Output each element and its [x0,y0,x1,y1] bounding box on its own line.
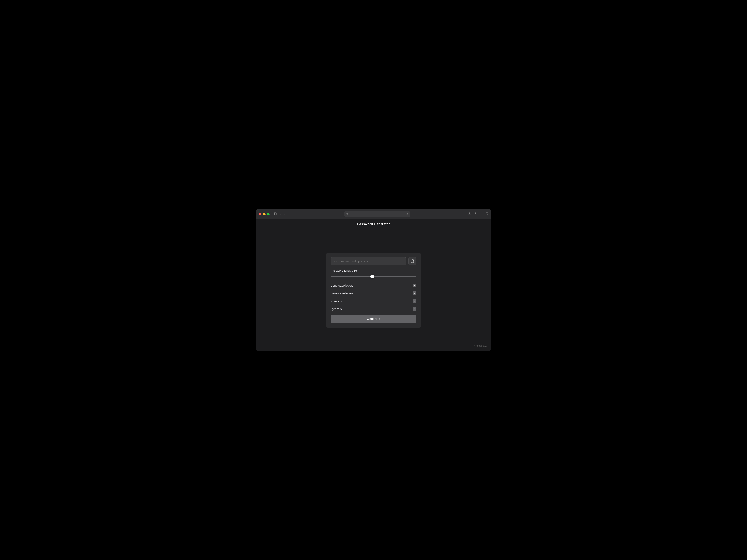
option-row-numbers: Numbers [331,297,416,305]
copy-button[interactable] [408,257,416,265]
shield-icon: 🛡 [346,213,349,215]
browser-window: ‹ › 🛡 ↺ [256,209,491,351]
page-title-bar: Password Generator [256,219,491,230]
password-card: Password length: 16 Uppercase letters Lo… [326,252,421,328]
author-name: dieggoyz [476,344,487,347]
option-row-symbols: Symbols [331,305,416,313]
option-row-lowercase: Lowercase letters [331,289,416,297]
nav-buttons: ‹ › [279,212,287,217]
pen-icon: ✏ [474,344,475,347]
toolbar-actions: + [468,212,488,216]
option-row-uppercase: Uppercase letters [331,282,416,289]
address-bar-container: 🛡 ↺ [289,211,466,217]
symbols-checkbox[interactable] [413,307,416,311]
symbols-label: Symbols [331,307,342,311]
browser-content: Password Generator [256,219,491,351]
browser-toolbar: ‹ › 🛡 ↺ [256,209,491,219]
forward-button[interactable]: › [283,212,286,217]
add-tab-icon[interactable]: + [480,212,482,216]
lowercase-checkbox[interactable] [413,291,416,295]
svg-rect-4 [485,213,487,215]
uppercase-label: Uppercase letters [331,284,354,287]
password-input-row [331,257,416,265]
slider-container: Password length: 16 [331,269,416,278]
page-body: Password length: 16 Uppercase letters Lo… [256,230,491,351]
footer-watermark: ✏ dieggoyz [474,344,487,347]
refresh-icon[interactable]: ↺ [406,213,408,216]
sidebar-toggle-button[interactable] [274,212,277,216]
share-icon[interactable] [474,212,477,216]
password-input[interactable] [331,257,406,265]
traffic-light-minimize[interactable] [263,213,265,215]
traffic-lights [259,213,269,215]
download-icon[interactable] [468,212,471,216]
numbers-label: Numbers [331,299,342,303]
numbers-checkbox[interactable] [413,299,416,303]
traffic-light-maximize[interactable] [267,213,269,215]
generate-button[interactable]: Generate [331,315,416,323]
address-bar[interactable]: 🛡 ↺ [344,211,410,217]
page-title: Password Generator [256,222,491,226]
uppercase-checkbox[interactable] [413,284,416,287]
svg-rect-0 [274,213,277,215]
lowercase-label: Lowercase letters [331,292,354,295]
svg-rect-8 [411,260,413,262]
back-button[interactable]: ‹ [279,212,282,217]
tabs-icon[interactable] [485,212,488,216]
length-label: Password length: 16 [331,269,416,272]
traffic-light-close[interactable] [259,213,261,215]
length-slider[interactable] [331,276,416,277]
